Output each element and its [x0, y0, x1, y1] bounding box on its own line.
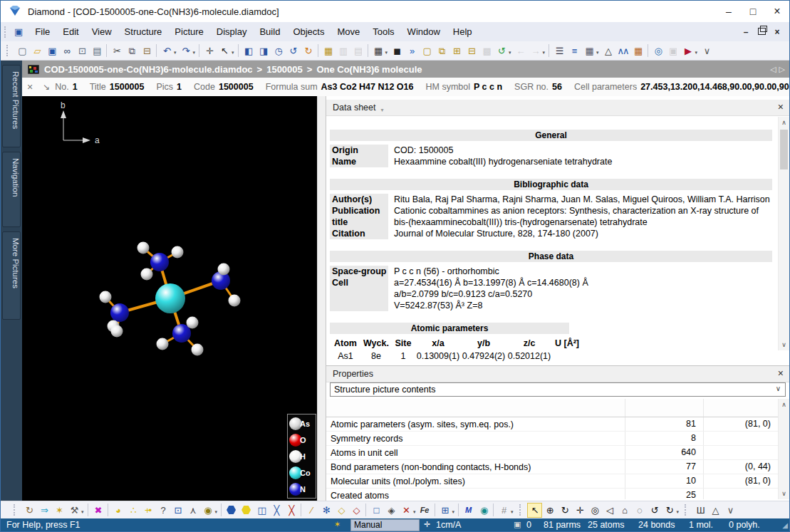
property-row-atoms-in-unit-cell[interactable]: Atoms in unit cell 640 — [326, 446, 778, 460]
h-bonds-button[interactable]: ◇ — [333, 503, 348, 518]
grid-settings-button[interactable]: # — [496, 503, 511, 518]
rotate-mode-button[interactable]: ↻ — [557, 503, 572, 518]
property-row-created-atoms[interactable]: Created atoms 25 — [326, 489, 778, 499]
sidebar-tab-recent-pictures[interactable]: Recent Pictures — [2, 65, 21, 147]
menu-move[interactable]: Move — [331, 26, 366, 37]
toolbar-grip[interactable] — [519, 504, 523, 516]
non-bonding-contacts-button[interactable]: ◇ — [348, 503, 363, 518]
turn-left-button[interactable]: ↺ — [647, 503, 662, 518]
polyhedron-filled-button[interactable] — [239, 503, 254, 518]
new-document-button[interactable]: ▢ — [14, 43, 29, 58]
coordination-sphere-button-dropdown[interactable]: ▾ — [215, 509, 218, 515]
panel-pin-icon[interactable]: ▾ — [380, 107, 383, 113]
sidebar-tab-more-pictures[interactable]: More Pictures — [2, 231, 21, 320]
undo-button[interactable]: ↶ — [159, 43, 174, 58]
status-mode-field[interactable]: Manual — [350, 519, 420, 531]
copy-button[interactable]: ⧉ — [124, 43, 139, 58]
destroy-all-button[interactable]: ✖ — [90, 503, 105, 518]
data-pane-button[interactable]: ◨ — [256, 43, 271, 58]
turn-right-button[interactable]: ↻ — [662, 503, 677, 518]
properties-scrollbar[interactable]: ∧ ∨ — [778, 399, 789, 499]
next-view-button-dropdown[interactable]: ▾ — [543, 50, 546, 56]
print-preview-button[interactable]: ⊡ — [74, 43, 89, 58]
data-table-button[interactable]: ▦ — [581, 43, 596, 58]
menu-objects[interactable]: Objects — [286, 26, 331, 37]
properties-close-icon[interactable]: × — [778, 367, 784, 379]
copy-picture-button[interactable]: ⧉ — [434, 43, 449, 58]
tilt-view-button[interactable]: ⌂ — [617, 503, 632, 518]
video-recording-button-dropdown[interactable]: ▾ — [695, 50, 698, 56]
polyhedron-outline-button[interactable] — [224, 503, 239, 518]
redo-button[interactable]: ↷ — [178, 43, 193, 58]
window-minimize-button[interactable]: – — [717, 1, 741, 22]
unit-cell-edges-button[interactable]: □ — [368, 503, 383, 518]
zoom-mode-button[interactable]: ◎ — [587, 503, 602, 518]
scroll-down-icon[interactable]: ∨ — [779, 488, 789, 499]
measure-tool-button[interactable]: M — [461, 503, 476, 518]
spin-mode-button[interactable]: ◌ — [632, 503, 647, 518]
build-tool-button-dropdown[interactable]: ▾ — [81, 509, 84, 515]
scroll-up-icon[interactable]: ∧ — [779, 399, 789, 410]
property-row-symmetry-records[interactable]: Symmetry records 8 — [326, 432, 778, 446]
menu-view[interactable]: View — [85, 26, 118, 37]
menu-structure[interactable]: Structure — [118, 26, 169, 37]
create-atoms-button[interactable]: ∴ — [125, 503, 140, 518]
cluster-red-button[interactable]: ╳ — [284, 503, 298, 518]
menu-picture[interactable]: Picture — [168, 26, 209, 37]
panel-splitter[interactable] — [317, 96, 326, 501]
select-tool-button[interactable]: ↖ — [217, 43, 232, 58]
menu-help[interactable]: Help — [447, 26, 479, 37]
pan-tool-button[interactable]: ✛ — [202, 43, 217, 58]
sidebar-tab-navigation[interactable]: Navigation — [2, 152, 21, 227]
undo-button-dropdown[interactable]: ▾ — [174, 50, 177, 56]
save-document-button[interactable]: ▣ — [44, 43, 59, 58]
move-mode-button[interactable]: ⊕ — [542, 503, 557, 518]
add-atom-button[interactable]: +• — [140, 503, 155, 518]
coordination-sphere-button[interactable]: ◉ — [200, 503, 215, 518]
property-row-atomic-parameters[interactable]: Atomic parameters (asym. sites, sym.eq. … — [326, 417, 778, 432]
toolbar-grip[interactable] — [6, 45, 10, 56]
fill-unit-cell-button[interactable]: ⊞ — [437, 503, 452, 518]
duplicate-picture-button[interactable]: ⊞ — [449, 43, 464, 58]
picture-history-button-dropdown[interactable]: ▾ — [509, 50, 511, 56]
navigation-pane-button[interactable]: ◧ — [241, 43, 256, 58]
menu-edit[interactable]: Edit — [56, 26, 85, 37]
powder-pattern-button[interactable]: ∧∧ — [615, 43, 630, 58]
mdi-restore-button[interactable] — [754, 27, 769, 37]
create-contacts-button[interactable]: ✻ — [318, 503, 333, 518]
properties-category-select[interactable]: Structure picture contents ∨ — [330, 382, 786, 397]
menu-build[interactable]: Build — [253, 26, 286, 37]
property-row-bond-parameters[interactable]: Bond parameters (non-bonding contacts, H… — [326, 460, 778, 474]
select-tool-button-dropdown[interactable]: ▾ — [232, 50, 234, 56]
property-row-molecular-units[interactable]: Molecular units (mol./polym. sites) 10 (… — [326, 474, 778, 489]
refresh-picture-button[interactable]: ↻ — [301, 43, 316, 58]
menu-file[interactable]: File — [28, 26, 56, 37]
find-button[interactable]: ∞ — [59, 43, 74, 58]
reflections-table-button[interactable]: ▦ — [630, 43, 645, 58]
atom-labels-button[interactable]: Fe — [417, 503, 432, 518]
toolbar-overflow-button[interactable]: ∨ — [699, 43, 714, 58]
window-maximize-button[interactable]: □ — [741, 1, 765, 22]
paste-picture-button[interactable]: ⊟ — [464, 43, 479, 58]
connect-fragments-button[interactable]: ⋏ — [185, 503, 200, 518]
open-document-button[interactable]: ▱ — [29, 43, 44, 58]
measure-angle-button[interactable]: △ — [707, 503, 722, 518]
text-report-button[interactable]: ☰ — [551, 43, 566, 58]
breadcrumb-back-icon[interactable]: ◁ — [770, 65, 776, 74]
structures-overview-button-dropdown[interactable]: ▾ — [385, 50, 388, 56]
create-atom-button[interactable]: ◕ — [110, 503, 125, 518]
history-pane-button[interactable]: ◷ — [271, 43, 286, 58]
scrollbar-thumb[interactable] — [780, 130, 788, 169]
slideshow-button[interactable]: ◼ — [389, 43, 404, 58]
scroll-down-icon[interactable]: ∨ — [779, 339, 789, 350]
update-picture-button[interactable]: ↻ — [21, 503, 36, 518]
web-search-button[interactable]: ◎ — [650, 43, 665, 58]
cell-range-button[interactable]: ◈ — [383, 503, 398, 518]
next-structure-button[interactable]: » — [404, 43, 419, 58]
properties-list-button[interactable]: ≡ — [566, 43, 581, 58]
scale-bar-button[interactable]: Ш — [692, 503, 707, 518]
menu-window[interactable]: Window — [401, 26, 447, 37]
menu-tools[interactable]: Tools — [366, 26, 400, 37]
redo-button-dropdown[interactable]: ▾ — [193, 50, 196, 56]
fill-unit-cell-button-dropdown[interactable]: ▾ — [452, 509, 455, 515]
